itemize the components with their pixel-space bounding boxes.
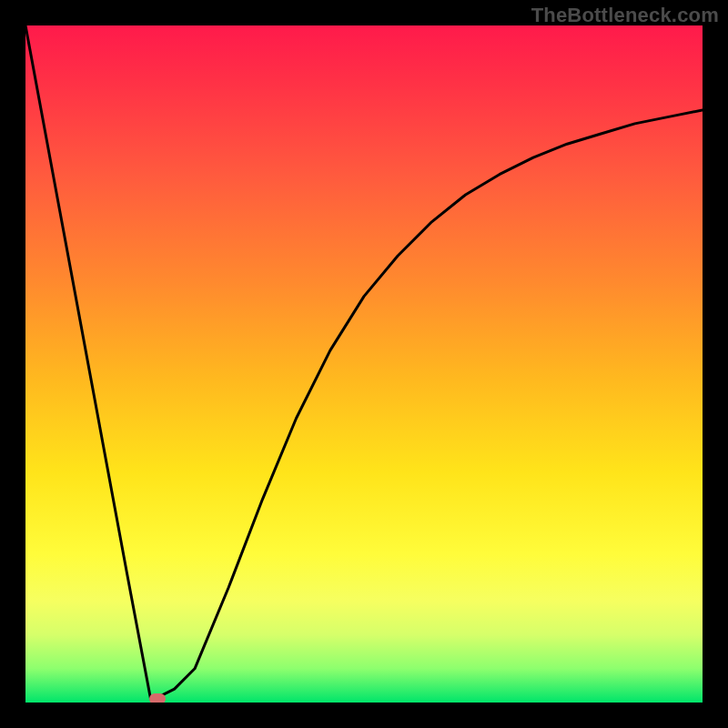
optimal-point-marker (149, 693, 166, 703)
plot-area (25, 25, 703, 703)
chart-frame: TheBottleneck.com (0, 0, 728, 728)
bottleneck-curve (25, 25, 703, 703)
attribution-label: TheBottleneck.com (531, 4, 719, 27)
